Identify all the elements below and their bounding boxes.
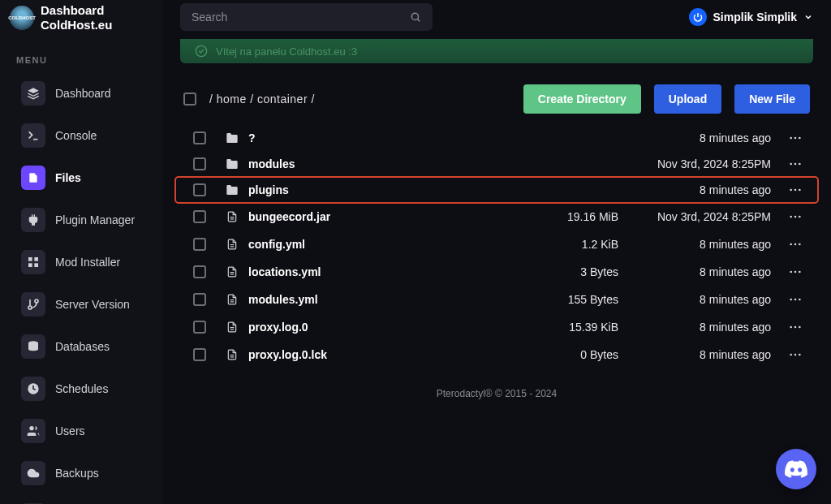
sidebar-item-backups[interactable]: Backups [10, 453, 153, 493]
svg-rect-2 [28, 257, 32, 261]
sidebar-item-label: Mod Installer [55, 256, 141, 269]
file-size: 15.39 KiB [537, 321, 618, 334]
sidebar-item-server-version[interactable]: Server Version [10, 284, 153, 325]
sidebar-item-schedules[interactable]: Schedules [10, 368, 153, 409]
svg-point-49 [794, 326, 797, 329]
sidebar-item-dashboard[interactable]: Dashboard [10, 73, 153, 114]
chevron-down-icon [803, 12, 813, 22]
file-name[interactable]: bungeecord.jar [248, 210, 537, 223]
svg-point-38 [790, 271, 792, 274]
file-name[interactable]: ? [248, 131, 537, 144]
svg-point-48 [790, 326, 792, 329]
file-name[interactable]: modules.yml [248, 293, 537, 306]
file-date: 8 minutes ago [618, 131, 781, 144]
svg-point-22 [799, 163, 801, 166]
svg-point-33 [790, 243, 792, 246]
sidebar-item-label: Backups [55, 467, 141, 480]
brand[interactable]: COLDHOST Dashboard ColdHost.eu [0, 3, 162, 39]
file-name[interactable]: proxy.log.0.lck [248, 348, 537, 361]
file-name[interactable]: plugins [248, 183, 537, 196]
search-input[interactable] [192, 11, 421, 24]
file-name[interactable]: locations.yml [248, 265, 537, 278]
svg-point-23 [790, 189, 792, 192]
row-more-button[interactable] [781, 298, 810, 301]
svg-point-53 [790, 354, 792, 356]
file-table: ?8 minutes agomodulesNov 3rd, 2024 8:25P… [175, 125, 818, 368]
sidebar-item-mod-installer[interactable]: Mod Installer [10, 242, 153, 282]
sidebar-item-plugin-manager[interactable]: Plugin Manager [10, 200, 153, 240]
svg-point-54 [794, 354, 797, 356]
row-checkbox[interactable] [193, 265, 206, 278]
check-circle-icon [195, 45, 208, 58]
sidebar-item-files[interactable]: Files [10, 157, 153, 198]
row-more-button[interactable] [781, 136, 810, 140]
discord-icon [785, 460, 807, 478]
row-more-button[interactable] [781, 325, 810, 329]
file-row[interactable]: proxy.log.015.39 KiB8 minutes ago [175, 313, 818, 341]
row-checkbox[interactable] [193, 348, 206, 361]
svg-point-40 [799, 271, 801, 274]
svg-point-24 [794, 189, 797, 192]
sidebar-item-databases[interactable]: Databases [10, 326, 153, 367]
breadcrumb[interactable]: / home / container / [209, 93, 315, 106]
row-checkbox[interactable] [193, 210, 206, 223]
svg-point-14 [412, 13, 419, 19]
sidebar-item-console[interactable]: Console [10, 115, 153, 156]
terminal-icon [21, 123, 45, 148]
file-row[interactable]: bungeecord.jar19.16 MiBNov 3rd, 2024 8:2… [175, 203, 818, 230]
sidebar-item-users[interactable]: Users [10, 411, 153, 451]
git-branch-icon [21, 292, 45, 317]
row-more-button[interactable] [781, 270, 810, 274]
svg-point-44 [794, 299, 797, 301]
search-icon [410, 11, 421, 23]
file-row[interactable]: proxy.log.0.lck0 Bytes8 minutes ago [175, 341, 818, 368]
svg-rect-3 [34, 257, 38, 261]
discord-button[interactable] [776, 449, 816, 489]
file-row[interactable]: ?8 minutes ago [175, 125, 818, 151]
file-name[interactable]: proxy.log.0 [248, 321, 537, 334]
main-area: Simplik Simplik Vítej na panelu Coldhost… [162, 0, 831, 504]
row-checkbox[interactable] [193, 321, 206, 334]
sidebar: COLDHOST Dashboard ColdHost.eu MENU Dash… [0, 0, 162, 504]
row-checkbox[interactable] [193, 131, 206, 144]
file-size: 155 Bytes [537, 293, 618, 306]
svg-point-16 [196, 45, 206, 56]
file-row[interactable]: plugins8 minutes ago [175, 177, 818, 203]
row-more-button[interactable] [781, 215, 810, 218]
svg-point-21 [794, 163, 797, 166]
row-more-button[interactable] [781, 188, 810, 192]
search-box[interactable] [180, 3, 433, 31]
row-more-button[interactable] [781, 162, 810, 166]
plug-icon [21, 208, 45, 232]
file-name[interactable]: config.yml [248, 238, 537, 251]
file-name[interactable]: modules [248, 157, 537, 170]
power-icon [689, 8, 707, 26]
row-checkbox[interactable] [193, 157, 206, 170]
row-more-button[interactable] [781, 243, 810, 246]
file-date: 8 minutes ago [618, 265, 781, 278]
file-row[interactable]: locations.yml3 Bytes8 minutes ago [175, 258, 818, 286]
file-date: 8 minutes ago [618, 238, 781, 251]
row-more-button[interactable] [781, 353, 810, 356]
row-checkbox[interactable] [193, 293, 206, 306]
new-file-button[interactable]: New File [734, 84, 810, 114]
file-row[interactable]: modulesNov 3rd, 2024 8:25PM [175, 151, 818, 177]
upload-button[interactable]: Upload [654, 84, 721, 114]
footer-text: Pterodactyl® © 2015 - 2024 [175, 368, 818, 419]
row-checkbox[interactable] [193, 238, 206, 251]
layers-icon [21, 81, 45, 106]
svg-point-20 [790, 163, 792, 166]
topbar: Simplik Simplik [175, 3, 818, 39]
create-directory-button[interactable]: Create Directory [523, 84, 641, 114]
svg-point-25 [799, 189, 801, 192]
file-row[interactable]: config.yml1.2 KiB8 minutes ago [175, 230, 818, 258]
row-checkbox[interactable] [193, 183, 206, 196]
user-menu[interactable]: Simplik Simplik [689, 8, 813, 26]
svg-point-7 [35, 299, 38, 303]
svg-point-17 [790, 137, 792, 140]
file-row[interactable]: modules.yml155 Bytes8 minutes ago [175, 286, 818, 313]
select-all-checkbox[interactable] [183, 93, 196, 106]
sidebar-item-network[interactable]: Network [10, 495, 153, 504]
welcome-banner: Vítej na panelu Coldhost.eu :3 [180, 39, 813, 63]
file-date: Nov 3rd, 2024 8:25PM [618, 210, 781, 223]
